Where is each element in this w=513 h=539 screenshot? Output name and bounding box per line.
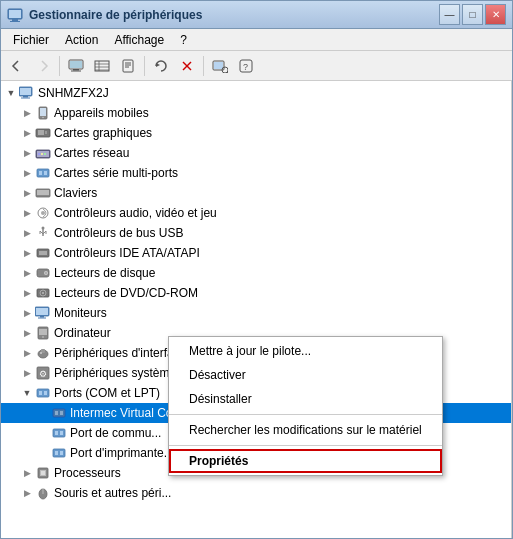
svg-point-40 [41, 153, 43, 155]
svg-rect-76 [55, 411, 58, 415]
svg-rect-83 [60, 451, 63, 455]
tree-item-dvd[interactable]: ▶ Lecteurs de DVD/CD-ROM [1, 283, 511, 303]
menu-bar: Fichier Action Affichage ? [1, 29, 512, 51]
menu-help[interactable]: ? [172, 31, 195, 49]
svg-rect-6 [73, 69, 79, 71]
item-label: Port de commu... [70, 426, 161, 440]
svg-marker-17 [156, 63, 160, 67]
tree-item-gpu[interactable]: ▶ Cartes graphiques [1, 123, 511, 143]
svg-point-69 [40, 352, 42, 354]
item-label: Périphériques système [54, 366, 176, 380]
item-label: Ports (COM et LPT) [54, 386, 160, 400]
tree-item-mouse[interactable]: ▶ Souris et autres péri... [1, 483, 511, 503]
minimize-button[interactable]: — [439, 4, 460, 25]
ctx-separator-1 [169, 414, 442, 415]
svg-text:?: ? [243, 62, 248, 72]
tree-item-network[interactable]: ▶ Cartes réseau [1, 143, 511, 163]
item-label: Contrôleurs audio, vidéo et jeu [54, 206, 217, 220]
tree-item-audio[interactable]: ▶ Contrôleurs audio, vidéo et jeu [1, 203, 511, 223]
computer-icon [19, 85, 35, 101]
svg-rect-22 [214, 62, 223, 69]
svg-rect-72 [37, 389, 49, 397]
svg-rect-62 [40, 316, 44, 318]
svg-point-49 [42, 227, 45, 230]
item-label: Cartes graphiques [54, 126, 152, 140]
svg-rect-80 [60, 431, 63, 435]
ctx-disable[interactable]: Désactiver [169, 363, 442, 387]
toggle[interactable]: ▶ [19, 105, 35, 121]
svg-rect-30 [21, 98, 30, 99]
svg-rect-5 [70, 61, 82, 68]
ctx-uninstall[interactable]: Désinstaller [169, 387, 442, 411]
tree-item-mobile[interactable]: ▶ Appareils mobiles [1, 103, 511, 123]
svg-rect-74 [44, 391, 47, 395]
toolbar-refresh-icon[interactable] [149, 54, 173, 78]
close-button[interactable]: ✕ [485, 4, 506, 25]
toolbar-separator-3 [203, 56, 204, 76]
forward-button[interactable] [31, 54, 55, 78]
tree-item-ide[interactable]: ▶ Contrôleurs IDE ATA/ATAPI [1, 243, 511, 263]
item-label: Lecteurs de disque [54, 266, 155, 280]
item-label: Processeurs [54, 466, 121, 480]
toolbar-separator-1 [59, 56, 60, 76]
toolbar-list-icon[interactable] [90, 54, 114, 78]
title-bar-icon [7, 7, 23, 23]
item-label: Cartes série multi-ports [54, 166, 178, 180]
svg-point-66 [42, 336, 44, 338]
svg-point-48 [41, 211, 45, 215]
device-manager-window: Gestionnaire de périphériques — □ ✕ Fich… [0, 0, 513, 539]
svg-rect-2 [10, 21, 20, 22]
item-label: Contrôleurs de bus USB [54, 226, 183, 240]
toolbar-scan-icon[interactable] [208, 54, 232, 78]
toolbar-separator-2 [144, 56, 145, 76]
root-label: SNHMZFX2J [38, 86, 109, 100]
toolbar-remove-icon[interactable] [175, 54, 199, 78]
item-label: Souris et autres péri... [54, 486, 171, 500]
svg-point-33 [42, 117, 43, 118]
menu-action[interactable]: Action [57, 31, 106, 49]
item-label: Ordinateur [54, 326, 111, 340]
svg-rect-44 [44, 171, 47, 175]
item-label: Port d'imprimante... [70, 446, 174, 460]
title-bar: Gestionnaire de périphériques — □ ✕ [1, 1, 512, 29]
svg-rect-77 [60, 411, 63, 415]
svg-rect-3 [9, 10, 21, 18]
ctx-scan[interactable]: Rechercher les modifications sur le maté… [169, 418, 442, 442]
tree-item-keyboard[interactable]: ▶ Claviers [1, 183, 511, 203]
svg-rect-63 [38, 318, 46, 319]
maximize-button[interactable]: □ [462, 4, 483, 25]
ctx-properties[interactable]: Propriétés [169, 449, 442, 473]
toolbar-help-icon[interactable]: ? [234, 54, 258, 78]
item-label: Claviers [54, 186, 97, 200]
item-label: Lecteurs de DVD/CD-ROM [54, 286, 198, 300]
svg-rect-53 [39, 251, 47, 255]
title-bar-buttons: — □ ✕ [439, 4, 506, 25]
menu-affichage[interactable]: Affichage [106, 31, 172, 49]
main-area: ▼ SNHMZFX2J ▶ Appareils mobiles [1, 81, 512, 538]
item-label: Cartes réseau [54, 146, 129, 160]
root-toggle[interactable]: ▼ [3, 85, 19, 101]
tree-item-monitor[interactable]: ▶ Moniteurs [1, 303, 511, 323]
tree-item-disk[interactable]: ▶ Lecteurs de disque [1, 263, 511, 283]
svg-rect-32 [40, 108, 46, 116]
svg-rect-46 [37, 190, 49, 195]
svg-rect-13 [123, 60, 133, 72]
svg-rect-81 [53, 449, 65, 457]
ctx-separator-2 [169, 445, 442, 446]
context-menu: Mettre à jour le pilote... Désactiver Dé… [168, 336, 443, 476]
item-label: Appareils mobiles [54, 106, 149, 120]
toolbar-computer-icon[interactable] [64, 54, 88, 78]
svg-rect-73 [39, 391, 42, 395]
tree-item-usb[interactable]: ▶ Contrôleurs de bus USB [1, 223, 511, 243]
menu-fichier[interactable]: Fichier [5, 31, 57, 49]
svg-rect-61 [36, 308, 48, 315]
toolbar-properties-icon[interactable] [116, 54, 140, 78]
svg-point-56 [45, 272, 47, 274]
ctx-update-driver[interactable]: Mettre à jour le pilote... [169, 339, 442, 363]
svg-rect-1 [12, 19, 18, 21]
tree-item-multiport[interactable]: ▶ Cartes série multi-ports [1, 163, 511, 183]
svg-text:⚙: ⚙ [39, 369, 47, 379]
back-button[interactable] [5, 54, 29, 78]
tree-root[interactable]: ▼ SNHMZFX2J [1, 83, 511, 103]
svg-rect-35 [38, 130, 44, 135]
